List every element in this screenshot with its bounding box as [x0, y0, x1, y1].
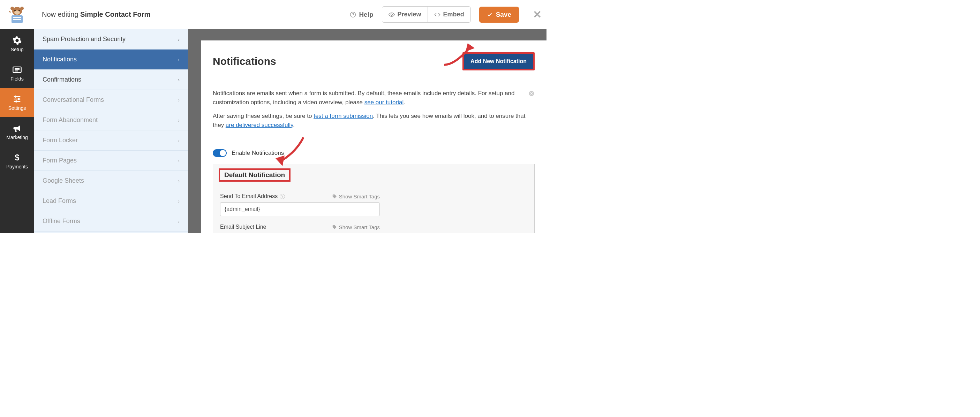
sliders-icon [12, 94, 22, 104]
panel-description: Notifications are emails sent when a for… [213, 81, 535, 142]
show-smart-tags-link[interactable]: Show Smart Tags [332, 194, 380, 199]
sidebar-item-payments[interactable]: $ Payments [0, 146, 34, 176]
settings-item-sheets[interactable]: Google Sheets› [34, 171, 188, 191]
send-to-email-input[interactable] [220, 202, 380, 216]
sidebar-item-marketing[interactable]: Marketing [0, 117, 34, 146]
gear-icon [12, 35, 22, 45]
settings-item-confirmations[interactable]: Confirmations› [34, 70, 188, 90]
chevron-right-icon: › [178, 178, 180, 184]
primary-sidebar: Setup Fields Settings Marketing $ Paymen… [0, 29, 34, 233]
field-label: Email Subject Line [220, 224, 266, 230]
chevron-right-icon: › [178, 198, 180, 204]
sidebar-item-settings[interactable]: Settings [0, 88, 34, 117]
tag-icon [332, 194, 337, 199]
add-new-notification-button[interactable]: Add New Notification [464, 54, 533, 69]
chevron-right-icon: › [178, 219, 180, 224]
svg-point-11 [391, 14, 392, 15]
svg-rect-8 [13, 19, 21, 20]
chevron-right-icon: › [178, 138, 180, 143]
chevron-right-icon: › [178, 97, 180, 103]
help-icon[interactable]: ? [280, 194, 285, 199]
svg-point-5 [19, 10, 20, 11]
show-smart-tags-link[interactable]: Show Smart Tags [332, 224, 380, 230]
settings-sidebar: Spam Protection and Security› Notificati… [34, 29, 188, 233]
app-logo[interactable] [0, 0, 34, 29]
close-icon[interactable]: ✕ [533, 8, 542, 21]
bullhorn-icon [12, 123, 22, 133]
sidebar-item-fields[interactable]: Fields [0, 59, 34, 88]
check-icon [487, 12, 492, 18]
help-label: Help [359, 11, 373, 19]
enable-notifications-toggle[interactable] [213, 149, 227, 157]
svg-point-4 [14, 10, 16, 11]
notifications-panel: Notifications Add New Notification Notif… [201, 40, 547, 233]
save-button[interactable]: Save [479, 6, 519, 23]
eye-icon [388, 11, 395, 18]
chevron-right-icon: › [178, 37, 180, 42]
settings-item-lead[interactable]: Lead Forms› [34, 191, 188, 211]
svg-point-2 [20, 6, 24, 10]
delivery-link[interactable]: are delivered successfully [226, 122, 293, 128]
sidebar-item-setup[interactable]: Setup [0, 29, 34, 59]
dismiss-icon[interactable] [528, 89, 535, 99]
card-title: Default Notification [224, 171, 285, 178]
add-new-highlight: Add New Notification [463, 52, 535, 70]
settings-item-spam[interactable]: Spam Protection and Security› [34, 29, 188, 49]
notification-card: Default Notification Send To Email Addre… [213, 164, 535, 233]
svg-point-17 [14, 95, 16, 98]
chevron-right-icon: › [178, 57, 180, 62]
settings-item-offline[interactable]: Offline Forms› [34, 211, 188, 231]
svg-point-19 [18, 98, 20, 100]
settings-item-pages[interactable]: Form Pages› [34, 151, 188, 171]
dollar-icon: $ [12, 153, 22, 162]
svg-rect-7 [13, 17, 21, 18]
svg-point-10 [353, 16, 354, 16]
settings-item-abandonment[interactable]: Form Abandonment› [34, 110, 188, 131]
list-icon [12, 65, 22, 75]
field-label: Send To Email Address ? [220, 193, 285, 199]
chevron-right-icon: › [178, 77, 180, 83]
chevron-right-icon: › [178, 158, 180, 164]
svg-text:$: $ [15, 153, 19, 162]
svg-point-1 [11, 6, 14, 10]
chevron-right-icon: › [178, 118, 180, 123]
help-link[interactable]: Help [350, 11, 373, 19]
settings-item-conversational[interactable]: Conversational Forms› [34, 90, 188, 110]
svg-point-21 [15, 100, 18, 102]
panel-title: Notifications [213, 56, 276, 67]
tag-icon [332, 224, 337, 229]
toggle-label: Enable Notifications [232, 150, 284, 156]
svg-marker-23 [466, 43, 475, 52]
embed-button[interactable]: Embed [428, 6, 471, 22]
tutorial-link[interactable]: see our tutorial [364, 99, 404, 106]
now-editing-text: Now editing Simple Contact Form [42, 10, 150, 19]
settings-item-notifications[interactable]: Notifications› [34, 49, 188, 70]
card-title-highlight: Default Notification [219, 169, 291, 181]
settings-item-locker[interactable]: Form Locker› [34, 131, 188, 151]
form-name: Simple Contact Form [80, 10, 150, 18]
preview-button[interactable]: Preview [382, 6, 428, 22]
code-icon [434, 11, 441, 18]
test-form-link[interactable]: test a form submission [313, 113, 373, 119]
